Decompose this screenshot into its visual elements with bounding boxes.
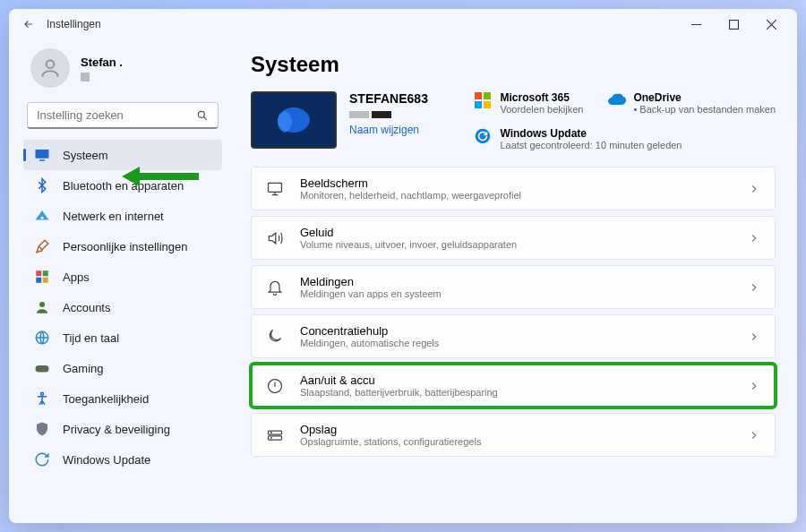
svg-point-10 xyxy=(39,302,45,307)
svg-point-5 xyxy=(41,217,44,219)
sidebar-item-access[interactable]: Toegankelijkheid xyxy=(23,383,222,414)
sidebar-item-label: Gaming xyxy=(63,362,104,375)
sidebar-item-globe[interactable]: Tijd en taal xyxy=(23,322,222,353)
svg-rect-6 xyxy=(36,270,41,276)
sidebar-item-label: Apps xyxy=(63,270,90,284)
titlebar: Instellingen xyxy=(9,9,797,39)
info-link-title: Microsoft 365 xyxy=(500,91,583,104)
profile-sub-blur xyxy=(81,73,90,82)
card-sub: Opslagruimte, stations, configuratierege… xyxy=(300,436,481,447)
svg-rect-22 xyxy=(269,435,282,439)
maximize-button[interactable] xyxy=(715,12,752,37)
sidebar-item-label: Bluetooth en apparaten xyxy=(63,179,184,193)
search-box[interactable] xyxy=(27,102,219,129)
rename-link[interactable]: Naam wijzigen xyxy=(349,124,428,136)
sidebar-item-apps[interactable]: Apps xyxy=(23,262,222,292)
onedrive-icon xyxy=(608,92,624,108)
sidebar-item-update[interactable]: Windows Update xyxy=(23,444,222,475)
storage-icon xyxy=(266,426,284,444)
card-bell[interactable]: MeldingenMeldingen van apps en systeem xyxy=(251,265,776,309)
update-icon xyxy=(34,451,50,468)
close-button[interactable] xyxy=(752,12,790,37)
svg-rect-9 xyxy=(43,278,48,283)
monitor-icon xyxy=(34,147,50,163)
chevron-right-icon xyxy=(748,380,760,392)
card-title: Meldingen xyxy=(300,275,442,288)
svg-rect-15 xyxy=(484,92,491,99)
gamepad-icon xyxy=(34,360,50,376)
sidebar-item-label: Persoonlijke instellingen xyxy=(63,240,187,253)
svg-point-13 xyxy=(41,392,44,395)
minimize-button[interactable] xyxy=(677,12,715,37)
svg-point-23 xyxy=(270,432,271,433)
settings-window: Instellingen Stefan . xyxy=(9,9,797,523)
svg-rect-16 xyxy=(475,101,482,108)
svg-rect-14 xyxy=(475,92,482,99)
main-panel: Systeem STEFANE683 Naam wijzigen Microso… xyxy=(229,39,797,523)
svg-rect-19 xyxy=(269,183,282,192)
info-link-title: OneDrive xyxy=(633,91,776,104)
svg-point-2 xyxy=(198,111,204,117)
chevron-right-icon xyxy=(748,232,760,245)
device-name: STEFANE683 xyxy=(349,91,428,106)
power-icon xyxy=(266,377,284,395)
brush-icon xyxy=(34,238,50,254)
chevron-right-icon xyxy=(748,330,760,343)
svg-point-18 xyxy=(476,129,491,144)
card-storage[interactable]: OpslagOpslagruimte, stations, configurat… xyxy=(251,413,776,457)
info-row: STEFANE683 Naam wijzigen Microsoft 365Vo… xyxy=(251,91,776,150)
sidebar-item-monitor[interactable]: Systeem xyxy=(23,140,222,170)
card-moon[interactable]: ConcentratiehulpMeldingen, automatische … xyxy=(251,314,776,358)
chevron-right-icon xyxy=(748,429,760,442)
card-title: Aan/uit & accu xyxy=(300,373,498,387)
sidebar-item-wifi[interactable]: Netwerk en internet xyxy=(23,201,222,231)
cards-list: BeeldschermMonitoren, helderheid, nachtl… xyxy=(251,167,776,457)
card-sub: Slaapstand, batterijverbruik, batterijbe… xyxy=(300,387,498,398)
shield-icon xyxy=(34,421,50,437)
window-title: Instellingen xyxy=(47,18,101,30)
info-link-sub: Voordelen bekijken xyxy=(500,104,583,115)
globe-icon xyxy=(34,330,50,346)
card-sub: Meldingen van apps en systeem xyxy=(300,288,442,299)
sidebar-item-label: Netwerk en internet xyxy=(63,210,164,223)
info-link-update[interactable]: Windows UpdateLaatst gecontroleerd: 10 m… xyxy=(475,127,776,150)
info-link-onedrive[interactable]: OneDriveBack-up van bestanden maken xyxy=(608,91,776,115)
sidebar: Stefan . SysteemBluetooth en apparatenNe… xyxy=(9,39,229,523)
sound-icon xyxy=(266,229,284,247)
info-link-sub: Back-up van bestanden maken xyxy=(633,104,776,115)
svg-rect-0 xyxy=(729,20,738,29)
chevron-right-icon xyxy=(748,183,760,195)
card-title: Beeldscherm xyxy=(300,176,521,190)
svg-rect-21 xyxy=(269,431,282,434)
apps-icon xyxy=(34,269,50,285)
nav-list: SysteemBluetooth en apparatenNetwerk en … xyxy=(23,140,222,475)
card-power[interactable]: Aan/uit & accuSlaapstand, batterijverbru… xyxy=(251,364,776,408)
info-link-ms365[interactable]: Microsoft 365Voordelen bekijken xyxy=(475,91,583,115)
sidebar-item-bluetooth[interactable]: Bluetooth en apparaten xyxy=(23,170,222,201)
sidebar-item-label: Accounts xyxy=(63,301,110,314)
sidebar-item-person[interactable]: Accounts xyxy=(23,292,222,322)
chevron-right-icon xyxy=(748,281,760,294)
search-input[interactable] xyxy=(37,108,196,122)
sidebar-item-shield[interactable]: Privacy & beveiliging xyxy=(23,414,222,444)
back-button[interactable] xyxy=(16,18,41,30)
wifi-icon xyxy=(34,208,50,224)
card-sound[interactable]: GeluidVolume niveaus, uitvoer, invoer, g… xyxy=(251,216,776,260)
moon-icon xyxy=(266,328,284,346)
sidebar-item-label: Toegankelijkheid xyxy=(63,392,149,406)
profile-block[interactable]: Stefan . xyxy=(23,39,222,102)
bell-icon xyxy=(266,279,284,296)
sidebar-item-gamepad[interactable]: Gaming xyxy=(23,353,222,383)
svg-point-24 xyxy=(270,437,271,438)
card-title: Opslag xyxy=(300,423,481,436)
card-display[interactable]: BeeldschermMonitoren, helderheid, nachtl… xyxy=(251,167,776,210)
card-title: Concentratiehulp xyxy=(300,324,439,338)
page-title: Systeem xyxy=(251,52,776,77)
svg-point-1 xyxy=(47,60,55,68)
sidebar-item-label: Windows Update xyxy=(63,453,150,467)
sidebar-item-label: Systeem xyxy=(63,149,108,162)
card-title: Geluid xyxy=(300,226,517,239)
svg-rect-3 xyxy=(36,150,49,159)
ms365-icon xyxy=(475,92,491,108)
sidebar-item-brush[interactable]: Persoonlijke instellingen xyxy=(23,231,222,262)
